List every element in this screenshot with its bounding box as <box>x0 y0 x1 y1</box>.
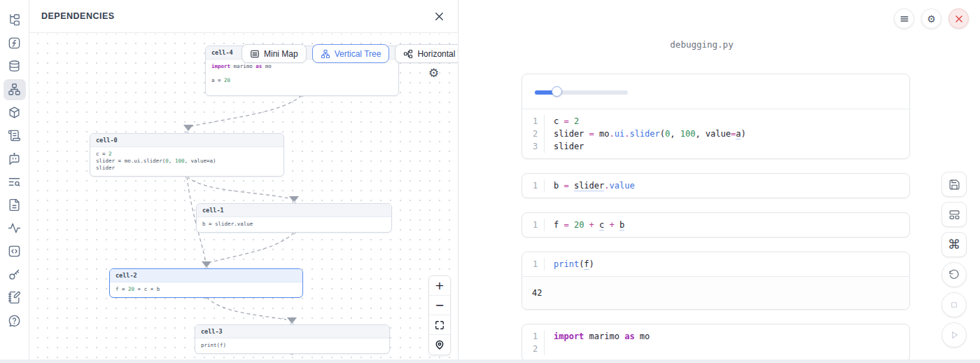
database-icon <box>8 60 21 73</box>
save-icon <box>948 179 960 191</box>
line-number-gutter: 1 <box>522 258 545 270</box>
code-line: slider = mo.ui.slider(0, 100, value=a) <box>96 158 278 165</box>
sidebar-item-secrets[interactable] <box>4 264 26 285</box>
layout-button[interactable] <box>941 202 967 227</box>
code-line[interactable]: slider = mo.ui.slider(0, 100, value=a) <box>554 128 746 140</box>
line-number-gutter: 1 <box>522 179 545 192</box>
code-lines[interactable]: c = 2slider = mo.ui.slider(0, 100, value… <box>545 115 746 153</box>
sidebar-item-functions[interactable] <box>4 33 26 54</box>
vertical-tree-icon <box>321 49 330 59</box>
sidebar-item-scratchpad[interactable] <box>4 287 26 308</box>
graph-node-cell-2[interactable]: cell-2f = 20 + c + b <box>109 268 303 298</box>
cell-editor[interactable]: 1print(f) <box>522 252 909 276</box>
sidebar-item-notes[interactable] <box>4 195 26 216</box>
notebook-cell-4[interactable]: 12import marimo as mo <box>522 324 910 362</box>
mini-map-button[interactable]: Mini Map <box>241 44 307 63</box>
key-icon <box>8 268 21 281</box>
sidebar-item-documentation[interactable] <box>4 125 26 146</box>
cell-editor[interactable]: 12import marimo as mo <box>522 324 909 361</box>
notebook-area: ⚙ debugging.py 123c = 2slider = mo.ui.sl… <box>458 0 980 363</box>
notebook-cell-0[interactable]: 123c = 2slider = mo.ui.slider(0, 100, va… <box>522 74 910 159</box>
code-lines[interactable]: b = slider.value <box>545 179 635 192</box>
graph-node-title: cell-0 <box>90 134 284 147</box>
sidebar-item-tracing[interactable] <box>4 218 26 239</box>
graph-node-cell-3[interactable]: cell-3print(f) <box>195 324 390 354</box>
sidebar-item-dependencies[interactable] <box>4 79 26 100</box>
graph-node-title: cell-1 <box>197 204 391 217</box>
code-line[interactable]: import marimo as mo <box>554 330 650 343</box>
package-icon <box>8 106 21 119</box>
code-line: import marimo as mo <box>211 63 393 70</box>
cell-editor[interactable]: 1b = slider.value <box>522 174 909 198</box>
zoom-out-button[interactable]: − <box>429 296 450 315</box>
mini-map-label: Mini Map <box>264 49 298 59</box>
code-line[interactable]: b = slider.value <box>554 179 635 192</box>
sidebar-item-help[interactable] <box>4 310 26 331</box>
graph-zoom-controls: + − <box>428 275 451 355</box>
run-all-button[interactable] <box>941 322 967 348</box>
slider-widget[interactable] <box>535 86 628 98</box>
code-lines[interactable]: print(f) <box>545 258 594 270</box>
shutdown-button[interactable] <box>948 8 969 29</box>
code-line: b = slider.value <box>202 221 386 228</box>
code-line[interactable]: slider <box>554 140 746 153</box>
notebook-cell-2[interactable]: 1f = 20 + c + b <box>522 212 910 238</box>
line-number: 1 <box>533 330 544 343</box>
graph-settings-button[interactable]: ⚙ <box>428 67 439 79</box>
dependency-graph-canvas[interactable]: cell-4import marimo as moa = 20cell-0c =… <box>29 34 458 359</box>
filename[interactable]: debugging.py <box>458 39 945 50</box>
vertical-tree-button[interactable]: Vertical Tree <box>312 44 390 63</box>
bottom-edge-strip <box>0 359 980 363</box>
code-line[interactable]: c = 2 <box>554 115 746 128</box>
line-number: 1 <box>533 179 544 192</box>
notebook-cell-1[interactable]: 1b = slider.value <box>522 173 910 198</box>
zoom-in-button[interactable]: + <box>429 276 450 296</box>
code-line[interactable] <box>554 343 650 355</box>
dependencies-panel: DEPENDENCIES <box>29 0 458 363</box>
minus-icon: − <box>435 299 444 312</box>
save-button[interactable] <box>941 172 967 197</box>
notebook-cell-3[interactable]: 1print(f)42 <box>522 252 910 310</box>
line-number-gutter: 12 <box>522 330 545 355</box>
code-line <box>211 84 393 91</box>
notebook-top-controls: ⚙ <box>894 8 969 29</box>
graph-node-cell-0[interactable]: cell-0c = 2slider = mo.ui.slider(0, 100,… <box>90 133 284 177</box>
sidebar-item-datasources[interactable] <box>4 56 26 77</box>
cell-editor[interactable]: 1f = 20 + c + b <box>522 213 909 237</box>
cell-editor[interactable]: 123c = 2slider = mo.ui.slider(0, 100, va… <box>522 109 909 158</box>
command-icon: ⌘ <box>948 238 960 251</box>
code-lines[interactable]: f = 20 + c + b <box>545 219 624 231</box>
close-panel-button[interactable] <box>433 10 446 23</box>
notebook-menu-button[interactable] <box>894 8 914 29</box>
line-number: 1 <box>533 115 544 128</box>
dependencies-header: DEPENDENCIES <box>29 0 458 33</box>
graph-node-title: cell-2 <box>110 269 302 282</box>
notebook-settings-button[interactable]: ⚙ <box>921 8 941 29</box>
graph-node-code: c = 2slider = mo.ui.slider(0, 100, value… <box>90 147 284 176</box>
code-line[interactable]: f = 20 + c + b <box>554 219 624 231</box>
sidebar-item-packages[interactable] <box>4 102 26 123</box>
graph-node-title: cell-3 <box>195 325 389 338</box>
code-line: print(f) <box>201 342 384 349</box>
graph-node-code: b = slider.value <box>197 217 391 232</box>
fit-view-button[interactable] <box>429 315 450 335</box>
line-number: 3 <box>533 140 544 153</box>
keyboard-shortcuts-button[interactable]: ⌘ <box>941 232 967 257</box>
horizontal-tree-button[interactable]: Horizontal Tree <box>395 44 458 63</box>
code-lines[interactable]: import marimo as mo <box>545 330 650 355</box>
graph-view-toolbar: Mini Map Vertical Tree Horizontal Tree <box>241 44 458 63</box>
sidebar-item-snippets[interactable] <box>4 241 26 262</box>
gear-icon: ⚙ <box>927 14 936 24</box>
slider-thumb[interactable] <box>552 86 562 97</box>
interrupt-button[interactable] <box>941 292 967 317</box>
code-line[interactable]: print(f) <box>554 258 594 270</box>
plus-icon: + <box>435 279 444 292</box>
undo-button[interactable] <box>941 262 967 287</box>
sidebar-item-logs[interactable] <box>4 172 26 193</box>
sidebar-item-file-tree[interactable] <box>4 10 26 31</box>
line-number-gutter: 1 <box>522 219 545 231</box>
center-location-button[interactable] <box>429 335 450 355</box>
sidebar-item-chat[interactable] <box>4 149 26 170</box>
graph-node-cell-1[interactable]: cell-1b = slider.value <box>196 203 392 233</box>
close-icon <box>434 11 444 22</box>
